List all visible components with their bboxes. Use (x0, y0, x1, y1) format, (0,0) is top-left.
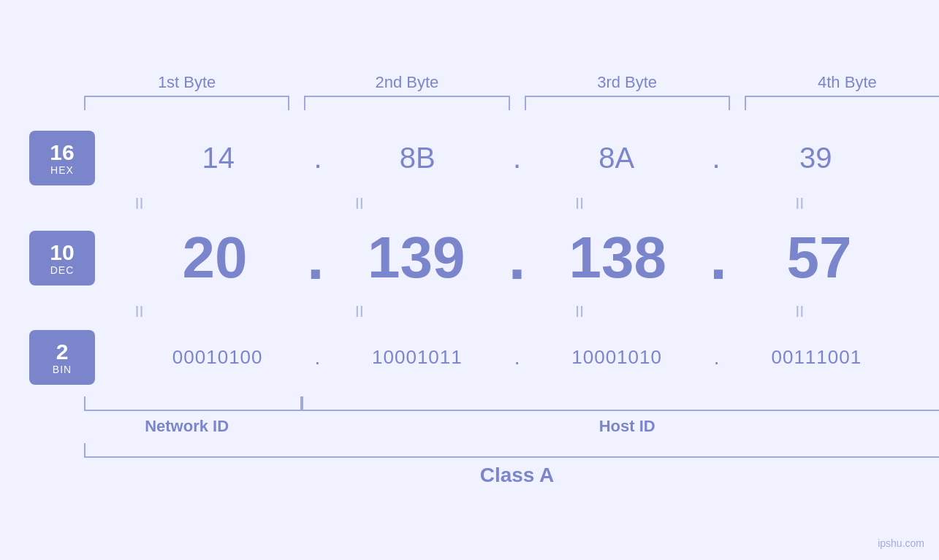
dec-badge-label: DEC (50, 264, 75, 276)
bin-values-row: 00010100 . 10001011 . 10001010 . 0011100… (124, 346, 910, 369)
bin-badge-num: 2 (56, 340, 69, 364)
eq2: II (249, 194, 469, 213)
byte1-header: 1st Byte (77, 73, 297, 92)
bin-row: 2 BIN 00010100 . 10001011 . 10001010 . 0… (29, 330, 910, 385)
eq5: II (29, 302, 249, 321)
equals-row-1: II II II II (29, 194, 910, 213)
bin-dot2: . (511, 346, 524, 369)
top-bracket-2 (304, 96, 509, 110)
network-bracket (84, 396, 302, 411)
equals-signs-2: II II II II (29, 302, 910, 321)
bin-dot1: . (311, 346, 324, 369)
host-bracket (302, 396, 939, 411)
byte3-header: 3rd Byte (517, 73, 737, 92)
watermark: ipshu.com (878, 537, 924, 549)
dec-byte1: 20 (124, 224, 305, 291)
dec-byte2: 139 (326, 224, 507, 291)
bin-badge-label: BIN (53, 364, 72, 375)
dec-dot2: . (507, 222, 528, 294)
bin-byte1: 00010100 (124, 346, 311, 369)
bottom-brackets (77, 396, 939, 411)
top-bracket-4 (745, 96, 939, 110)
dec-dot1: . (305, 222, 326, 294)
class-bracket (84, 443, 939, 458)
dec-byte4: 57 (729, 224, 910, 291)
hex-byte2: 8B (324, 142, 512, 174)
eq6: II (249, 302, 469, 321)
dec-values-row: 20 . 139 . 138 . 57 (124, 222, 910, 294)
equals-row-2: II II II II (29, 302, 910, 321)
hex-byte3: 8A (522, 142, 710, 174)
byte2-header: 2nd Byte (297, 73, 517, 92)
bin-byte4: 00111001 (723, 346, 910, 369)
bin-byte3: 10001010 (523, 346, 710, 369)
hex-badge: 16 HEX (29, 131, 95, 185)
dec-badge: 10 DEC (29, 231, 95, 285)
main-container: 1st Byte 2nd Byte 3rd Byte 4th Byte 16 H… (0, 0, 939, 560)
eq7: II (470, 302, 690, 321)
hex-byte4: 39 (722, 142, 910, 174)
network-id-label: Network ID (77, 417, 297, 436)
hex-dot2: . (512, 142, 522, 174)
class-label: Class A (77, 464, 939, 487)
eq4: II (690, 194, 910, 213)
byte4-header: 4th Byte (737, 73, 939, 92)
bin-badge: 2 BIN (29, 330, 95, 385)
equals-signs-1: II II II II (29, 194, 910, 213)
hex-row: 16 HEX 14 . 8B . 8A . 39 (29, 131, 910, 185)
top-bracket-1 (84, 96, 289, 110)
eq3: II (470, 194, 690, 213)
hex-byte1: 14 (124, 142, 312, 174)
bottom-labels: Network ID Host ID (77, 417, 939, 436)
dec-byte3: 138 (527, 224, 708, 291)
eq1: II (29, 194, 249, 213)
hex-dot1: . (312, 142, 323, 174)
top-bracket-3 (525, 96, 730, 110)
dec-badge-num: 10 (50, 240, 74, 264)
dec-row: 10 DEC 20 . 139 . 138 . 57 (29, 222, 910, 294)
class-section: Class A (77, 443, 939, 487)
hex-dot3: . (710, 142, 721, 174)
top-brackets (77, 96, 939, 110)
hex-values-row: 14 . 8B . 8A . 39 (124, 142, 910, 174)
host-id-label: Host ID (297, 417, 939, 436)
bin-byte2: 10001011 (324, 346, 510, 369)
bottom-section: Network ID Host ID (77, 396, 939, 436)
bin-dot3: . (710, 346, 723, 369)
hex-badge-num: 16 (50, 140, 74, 164)
dec-dot3: . (708, 222, 729, 294)
hex-badge-label: HEX (50, 164, 74, 176)
byte-headers-row: 1st Byte 2nd Byte 3rd Byte 4th Byte (77, 73, 939, 92)
eq8: II (690, 302, 910, 321)
